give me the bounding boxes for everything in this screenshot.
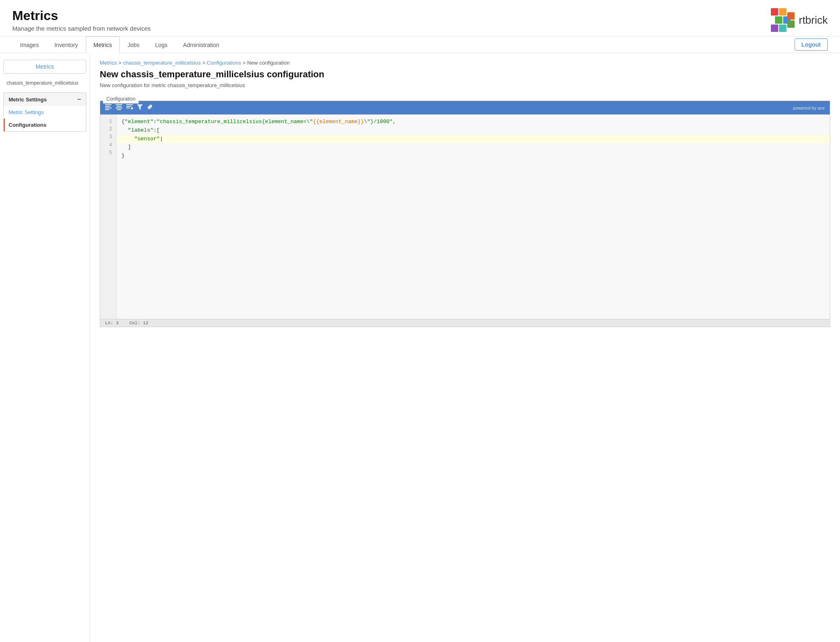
- main-content: Metrics > chassis_temperature_millicelsi…: [90, 53, 840, 642]
- editor-container[interactable]: powered by ace 1 2 3 4 5 {"element":"cha…: [100, 101, 830, 327]
- sidebar-item-configurations[interactable]: Configurations: [4, 119, 86, 131]
- nav-item-inventory[interactable]: Inventory: [47, 36, 86, 53]
- sidebar-section-toggle-icon: −: [77, 96, 81, 103]
- breadcrumb: Metrics > chassis_temperature_millicelsi…: [100, 60, 830, 66]
- svg-rect-5: [779, 25, 786, 32]
- editor-line-indicator: Ln: 3: [105, 321, 119, 325]
- header-right: rtbrick: [771, 8, 828, 32]
- line-numbers: 1 2 3 4 5: [100, 114, 117, 319]
- nav-item-jobs[interactable]: Jobs: [120, 36, 148, 53]
- svg-rect-6: [787, 12, 795, 20]
- breadcrumb-sep-3: >: [243, 60, 247, 66]
- svg-rect-8: [105, 104, 112, 105]
- page-main-subtitle: Manage the metrics sampled from network …: [12, 25, 150, 32]
- nav-item-logs[interactable]: Logs: [147, 36, 175, 53]
- code-line-2: "labels":[: [121, 126, 825, 135]
- sidebar-section-title: Metric Settings: [9, 97, 47, 103]
- page-main-title: Metrics: [12, 8, 150, 23]
- wrench-icon[interactable]: [147, 104, 153, 111]
- line-num-3: 3: [104, 133, 112, 141]
- rtbrick-logo-text: rtbrick: [799, 14, 828, 27]
- breadcrumb-metric-name[interactable]: chassis_temperature_millicelsius: [123, 60, 201, 66]
- line-num-2: 2: [104, 126, 112, 133]
- svg-rect-18: [126, 108, 130, 108]
- sidebar-metrics-link[interactable]: Metrics: [3, 60, 86, 74]
- nav-item-administration[interactable]: Administration: [175, 36, 227, 53]
- breadcrumb-current: New configuration: [247, 60, 290, 66]
- config-label: Configuration: [103, 94, 139, 103]
- svg-rect-10: [105, 108, 112, 108]
- sidebar: Metrics chassis_temperature_millicelsius…: [0, 53, 90, 642]
- svg-rect-13: [117, 106, 121, 107]
- main-nav: Images Inventory Metrics Jobs Logs Admin…: [0, 36, 840, 53]
- header: Metrics Manage the metrics sampled from …: [0, 0, 840, 36]
- nav-logout-area: Logout: [795, 38, 828, 51]
- align-left-icon[interactable]: [105, 104, 112, 111]
- svg-rect-17: [126, 106, 131, 107]
- svg-rect-7: [787, 20, 795, 28]
- breadcrumb-metrics[interactable]: Metrics: [100, 60, 117, 66]
- editor-statusbar: Ln: 3 Col: 12: [100, 319, 830, 327]
- powered-by-label: powered by ace: [793, 106, 825, 110]
- svg-rect-15: [117, 109, 121, 110]
- rtbrick-logo-icon: [771, 8, 795, 32]
- sidebar-breadcrumb: chassis_temperature_millicelsius: [0, 79, 90, 89]
- code-line-5: }: [121, 152, 825, 160]
- editor-body[interactable]: 1 2 3 4 5 {"element":"chassis_temperatur…: [100, 114, 830, 319]
- filter-icon[interactable]: [137, 104, 143, 111]
- svg-rect-2: [775, 16, 782, 24]
- editor-col-indicator: Col: 12: [129, 321, 148, 325]
- svg-rect-14: [116, 108, 122, 108]
- code-editor-content[interactable]: {"element":"chassis_temperature_millicel…: [117, 114, 830, 319]
- svg-rect-4: [771, 25, 778, 32]
- sidebar-section-metric-settings: Metric Settings − Metric Settings Config…: [3, 92, 86, 132]
- svg-rect-12: [116, 104, 122, 105]
- svg-rect-9: [105, 106, 110, 107]
- breadcrumb-configurations[interactable]: Configurations: [207, 60, 241, 66]
- breadcrumb-sep-1: >: [119, 60, 123, 66]
- logout-button[interactable]: Logout: [795, 38, 828, 51]
- breadcrumb-sep-2: >: [202, 60, 207, 66]
- code-line-3: "sensor"|: [117, 135, 830, 144]
- svg-rect-16: [126, 104, 133, 105]
- line-num-5: 5: [104, 149, 112, 157]
- page-title: New chassis_temperature_millicelsius con…: [100, 69, 830, 80]
- header-left: Metrics Manage the metrics sampled from …: [12, 8, 150, 32]
- svg-rect-1: [779, 8, 786, 16]
- nav-item-images[interactable]: Images: [12, 36, 47, 53]
- code-line-4: ]: [121, 143, 825, 152]
- align-center-icon[interactable]: [116, 104, 122, 111]
- svg-marker-19: [130, 107, 133, 109]
- line-num-4: 4: [104, 141, 112, 149]
- sort-icon[interactable]: [126, 104, 133, 111]
- svg-rect-11: [105, 109, 109, 110]
- line-num-1: 1: [104, 118, 112, 126]
- configuration-section: Configuration: [100, 95, 830, 327]
- svg-rect-0: [771, 8, 778, 16]
- editor-toolbar: powered by ace: [100, 101, 830, 114]
- main-layout: Metrics chassis_temperature_millicelsius…: [0, 53, 840, 642]
- editor-toolbar-icons: [105, 104, 153, 111]
- code-line-1: {"element":"chassis_temperature_millicel…: [121, 118, 825, 126]
- sidebar-section-header[interactable]: Metric Settings −: [4, 93, 86, 106]
- sidebar-item-metric-settings[interactable]: Metric Settings: [4, 106, 86, 119]
- page-subtitle: New configuration for metric chassis_tem…: [100, 82, 830, 88]
- nav-item-metrics[interactable]: Metrics: [86, 36, 120, 53]
